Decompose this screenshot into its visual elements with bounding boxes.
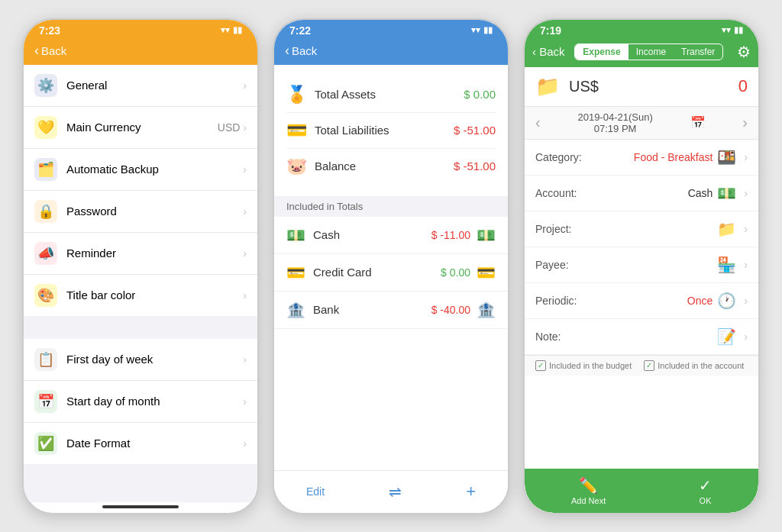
status-icons-1: ▾▾ ▮▮ (221, 25, 242, 35)
account-icon-3: 💵 (717, 184, 736, 202)
field-project[interactable]: Project: 📁 › (525, 211, 758, 247)
project-icon: 📁 (717, 220, 736, 238)
add-next-label: Add Next (571, 496, 606, 505)
sort-button[interactable]: ⇌ (389, 482, 402, 501)
accounts-content: 🏅 Total Assets $ 0.00 💳 Total Liabilitie… (274, 65, 508, 502)
back-chevron-1: ‹ (34, 43, 39, 59)
total-liabilities-left: 💳 Total Liabilities (286, 121, 389, 140)
backup-chevron: › (243, 163, 247, 176)
currency-label: Main Currency (66, 121, 218, 134)
balance-icon: 🐷 (286, 156, 307, 176)
date-next-arrow[interactable]: › (742, 114, 748, 131)
field-account[interactable]: Account: Cash 💵 › (525, 176, 758, 211)
settings-row-general[interactable]: ⚙️ General › (24, 65, 257, 107)
total-liabilities-row[interactable]: 💳 Total Liabilities $ -51.00 (286, 113, 496, 149)
back-button-2[interactable]: ‹ Back (285, 43, 317, 59)
credit-left: 💳 Credit Card (286, 263, 372, 282)
phone-accounts: 7:22 ▾▾ ▮▮ ‹ Back 🏅 Total Assets $ 0.00 (273, 18, 509, 514)
total-liabilities-label: Total Liabilities (315, 124, 389, 137)
account-row-credit[interactable]: 💳 Credit Card $ 0.00 💳 (274, 254, 508, 292)
field-note[interactable]: Note: 📝 › (525, 319, 758, 355)
budget-checkbox-box[interactable] (535, 360, 546, 371)
field-periodic[interactable]: Periodic: Once 🕐 › (525, 283, 758, 319)
account-totals: 🏅 Total Assets $ 0.00 💳 Total Liabilitie… (274, 65, 508, 196)
account-checkbox-box[interactable] (644, 360, 654, 371)
ok-icon: ✓ (699, 476, 712, 495)
credit-icon: 💳 (286, 263, 305, 282)
field-category[interactable]: Category: Food - Breakfast 🍱 › (525, 140, 758, 176)
backup-icon: 🗂️ (34, 158, 57, 181)
settings-row-startday[interactable]: 📅 Start day of month › (24, 381, 257, 423)
note-label: Note: (535, 330, 596, 343)
settings-row-dateformat[interactable]: ✅ Date Format › (24, 423, 257, 464)
field-payee[interactable]: Payee: 🏪 › (525, 247, 758, 283)
transaction-tabs: Expense Income Transfer (574, 44, 723, 60)
time-1: 7:23 (39, 24, 60, 37)
account-label-3: Account: (535, 187, 596, 199)
included-header: Included in Totals (274, 196, 508, 217)
trans-checkboxes: Included in the budget Included in the a… (525, 355, 758, 376)
bank-icon-extra: 🏦 (477, 301, 496, 319)
total-assets-left: 🏅 Total Assets (286, 85, 376, 105)
periodic-label: Periodic: (535, 295, 596, 307)
bank-left: 🏦 Bank (286, 301, 339, 319)
tab-expense[interactable]: Expense (575, 44, 628, 60)
edit-button[interactable]: Edit (306, 485, 325, 498)
budget-checkbox[interactable]: Included in the budget (535, 360, 632, 371)
account-checkbox[interactable]: Included in the account (644, 360, 744, 371)
settings-row-firstday[interactable]: 📋 First day of week › (24, 339, 257, 381)
back-label-1: Back (41, 44, 66, 57)
settings-row-password[interactable]: 🔒 Password › (24, 191, 257, 233)
cash-value: $ -11.00 (431, 229, 470, 241)
settings-section-1: ⚙️ General › 💛 Main Currency USD › 🗂️ Au… (24, 65, 257, 316)
settings-row-reminder[interactable]: 📣 Reminder › (24, 233, 257, 275)
settings-row-titlebar[interactable]: 🎨 Title bar color › (24, 275, 257, 316)
titlebar-icon: 🎨 (34, 284, 57, 307)
reminder-chevron: › (243, 247, 247, 260)
back-chevron-2: ‹ (285, 43, 289, 59)
payee-chevron: › (744, 259, 748, 271)
ok-button[interactable]: ✓ OK (699, 476, 712, 505)
total-liabilities-value: $ -51.00 (454, 124, 496, 137)
firstday-icon: 📋 (34, 348, 57, 371)
account-row-cash[interactable]: 💵 Cash $ -11.00 💵 (274, 217, 508, 254)
date-prev-arrow[interactable]: ‹ (535, 114, 541, 131)
total-assets-row[interactable]: 🏅 Total Assets $ 0.00 (286, 77, 496, 113)
home-indicator-1 (102, 505, 179, 508)
category-label: Category: (535, 151, 596, 163)
dateformat-label: Date Format (66, 437, 243, 450)
cash-icon-extra: 💵 (477, 226, 496, 244)
accounts-bottom-bar: Edit ⇌ + (274, 470, 508, 513)
tab-income[interactable]: Income (629, 44, 674, 60)
currency-icon: 💛 (34, 116, 57, 139)
periodic-chevron: › (744, 295, 748, 307)
settings-row-backup[interactable]: 🗂️ Automatic Backup › (24, 149, 257, 191)
gear-icon-3[interactable]: ⚙ (737, 43, 751, 61)
cash-label: Cash (313, 228, 340, 241)
back-button-3[interactable]: ‹ Back (532, 45, 565, 58)
category-value: Food - Breakfast (596, 151, 713, 163)
balance-row[interactable]: 🐷 Balance $ -51.00 (286, 149, 496, 184)
settings-list: ⚙️ General › 💛 Main Currency USD › 🗂️ Au… (24, 65, 257, 502)
battery-icon-3: ▮▮ (734, 25, 743, 35)
add-next-button[interactable]: ✏️ Add Next (571, 476, 606, 505)
transaction-bottom-bar: ✏️ Add Next ✓ OK (525, 469, 758, 513)
credit-icon-extra: 💳 (477, 263, 496, 282)
dateformat-chevron: › (243, 437, 247, 450)
currency-label-3: US$ (569, 78, 729, 95)
status-bar-3: 7:19 ▾▾ ▮▮ (525, 20, 758, 40)
account-row-bank[interactable]: 🏦 Bank $ -40.00 🏦 (274, 292, 508, 329)
balance-label: Balance (315, 160, 356, 172)
time-2: 7:22 (289, 24, 311, 37)
calendar-icon[interactable]: 📅 (690, 115, 706, 130)
settings-row-currency[interactable]: 💛 Main Currency USD › (24, 107, 257, 149)
phone-transaction: 7:19 ▾▾ ▮▮ ‹ Back Expense Income Transfe… (523, 18, 760, 514)
add-account-button[interactable]: + (466, 482, 476, 501)
currency-value: USD (218, 121, 241, 134)
cash-left: 💵 Cash (286, 226, 340, 244)
back-button-1[interactable]: ‹ Back (34, 43, 66, 59)
folder-icon: 📁 (535, 75, 560, 98)
project-chevron: › (744, 223, 748, 235)
tab-transfer[interactable]: Transfer (674, 44, 722, 60)
startday-label: Start day of month (66, 395, 243, 408)
